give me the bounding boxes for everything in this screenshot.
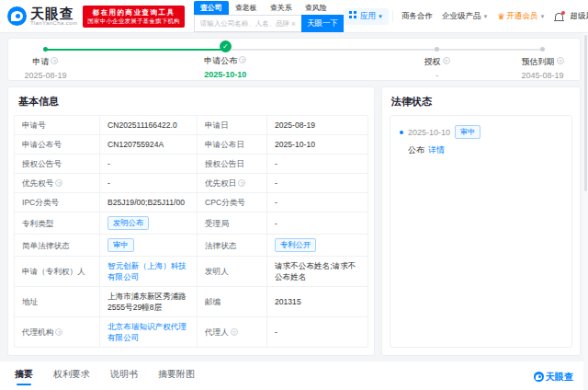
- field-label: 法律状态: [197, 235, 266, 256]
- search-input[interactable]: [200, 19, 289, 28]
- apps-grid-icon: [349, 11, 352, 14]
- field-label: 邮编: [197, 287, 266, 316]
- info-icon[interactable]: ?: [231, 328, 238, 336]
- field-label: 申请公布号: [15, 135, 99, 154]
- info-icon[interactable]: ?: [238, 179, 245, 187]
- field-value: -: [266, 174, 368, 192]
- field-value: -: [266, 193, 368, 212]
- tab-abstract[interactable]: 摘要: [15, 368, 33, 385]
- field-label: 申请日: [197, 116, 266, 134]
- patent-type-badge[interactable]: 发明公布: [107, 216, 149, 230]
- table-row: IPC分类号 B25J19/00;B25J11/00 CPC分类号 -: [15, 192, 368, 212]
- chevron-down-icon: ▼: [378, 14, 383, 19]
- field-value: 201315: [266, 287, 368, 316]
- eye-logo-icon: [534, 372, 544, 382]
- field-value: CN120755924A: [99, 135, 197, 154]
- table-row: 代理机构? 北京布瑞知识产权代理有限公司 代理人? -: [15, 316, 368, 347]
- check-circle-icon: ✓: [220, 40, 232, 52]
- nav-cooperation[interactable]: 商务合作: [397, 11, 437, 22]
- field-value: 2025-08-19: [266, 116, 368, 134]
- page-scrollbar[interactable]: [583, 33, 588, 390]
- crown-icon: ♛: [497, 12, 504, 21]
- nav-enterprise[interactable]: 企业级产品 ▼: [437, 11, 492, 22]
- field-value: -: [266, 155, 368, 173]
- field-label: 申请公布日: [197, 135, 266, 154]
- divider: [392, 11, 393, 22]
- field-value: -: [99, 155, 197, 173]
- field-label: IPC分类号: [15, 193, 99, 212]
- agency-link[interactable]: 北京布瑞知识产权代理有限公司: [107, 321, 189, 343]
- timeline-dot: [540, 47, 545, 52]
- banner-line2: 国家中小企业发展子基金旗下机构: [87, 17, 180, 25]
- applicant-link[interactable]: 智元创新（上海）科技有限公司: [107, 260, 189, 282]
- legal-status-card: 2025-10-10 审中 公布 详情: [390, 115, 572, 348]
- search-tab-relation[interactable]: 查关系: [264, 1, 299, 15]
- timeline-dot: [43, 47, 48, 52]
- table-row: 申请（专利权）人 智元创新（上海）科技有限公司 发明人 请求不公布姓名;请求不公…: [15, 256, 368, 286]
- clear-search-icon[interactable]: ×: [289, 19, 298, 29]
- info-icon[interactable]: ?: [557, 57, 564, 64]
- logo-subtitle: TianYanCha.com: [30, 20, 77, 26]
- field-label: 代理人?: [197, 317, 266, 347]
- table-row: 申请公布号 CN120755924A 申请公布日 2025-10-10: [15, 134, 368, 154]
- chevron-down-icon: ▼: [540, 14, 546, 19]
- table-row: 申请号 CN202511166422.0 申请日 2025-08-19: [15, 116, 368, 134]
- header-nav: 应用 ▼ 商务合作 企业级产品 ▼ ♛ 开通会员 ▼ 超级风... ▼: [344, 8, 588, 25]
- table-row: 简单法律状态 审中 法律状态 专利公开: [15, 234, 368, 256]
- tab-claims[interactable]: 权利要求: [53, 368, 90, 385]
- field-label: 优先权号?: [15, 174, 99, 192]
- search-area: 查公司 查老板 查关系 查风险 × 天眼一下: [194, 2, 344, 32]
- tab-description[interactable]: 说明书: [110, 368, 138, 385]
- tianyancha-logo[interactable]: 天眼查 TianYanCha.com: [7, 6, 77, 26]
- watermark-text: 天眼查: [546, 371, 573, 384]
- notification-dot: [561, 11, 565, 15]
- field-value: 请求不公布姓名;请求不公布姓名: [266, 257, 368, 286]
- search-tabs: 查公司 查老板 查关系 查风险: [194, 2, 344, 15]
- field-label: 申请（专利权）人: [15, 257, 99, 286]
- tab-abstract-figure[interactable]: 摘要附图: [158, 368, 195, 385]
- search-tab-boss[interactable]: 查老板: [229, 1, 264, 15]
- scrollbar-thumb[interactable]: [584, 35, 587, 191]
- basic-info-table: 申请号 CN202511166422.0 申请日 2025-08-19 申请公布…: [14, 115, 368, 348]
- field-label: 代理机构?: [15, 317, 99, 347]
- info-icon[interactable]: ?: [55, 328, 62, 336]
- legal-status-title: 法律状态: [390, 95, 572, 115]
- field-label: 授权公告号: [15, 155, 99, 173]
- field-label: 授权公告日: [197, 155, 266, 173]
- nav-apps[interactable]: 应用 ▼: [344, 8, 389, 25]
- notification-bell[interactable]: [555, 13, 563, 20]
- field-label: 简单法律状态: [15, 235, 99, 256]
- info-icon[interactable]: ?: [55, 179, 62, 187]
- search-tab-risk[interactable]: 查风险: [299, 1, 334, 15]
- field-value: -: [266, 212, 368, 234]
- timeline-step-apply: 申请? 2025-08-19: [4, 43, 86, 80]
- field-label: 地址: [15, 287, 99, 316]
- banner-line1: 都在用的商业查询工具: [87, 8, 180, 17]
- field-label: 申请号: [15, 116, 99, 134]
- detail-link[interactable]: 详情: [428, 144, 445, 156]
- eye-logo-icon: [7, 6, 27, 26]
- info-icon[interactable]: ?: [51, 57, 58, 64]
- field-value: -: [266, 317, 368, 347]
- simple-legal-status-badge[interactable]: 审中: [107, 238, 134, 252]
- basic-info-section: 基本信息 申请号 CN202511166422.0 申请日 2025-08-19…: [7, 86, 375, 356]
- search-tab-company[interactable]: 查公司: [194, 1, 229, 15]
- promo-banner[interactable]: 都在用的商业查询工具 国家中小企业发展子基金旗下机构: [83, 6, 185, 28]
- nav-vip[interactable]: ♛ 开通会员 ▼: [492, 11, 549, 22]
- search-button[interactable]: 天眼一下: [301, 15, 344, 32]
- legal-status-event: 公布: [408, 144, 424, 156]
- legal-status-badge[interactable]: 专利公开: [275, 238, 316, 252]
- info-icon[interactable]: ?: [443, 57, 450, 64]
- timeline-step-grant: 授权? -: [396, 43, 479, 80]
- watermark-logo: 天眼查: [534, 371, 573, 384]
- chevron-down-icon: ▼: [483, 14, 489, 19]
- nav-user-menu[interactable]: 超级风... ▼: [566, 11, 588, 22]
- field-value: 2025-10-10: [266, 135, 368, 154]
- field-label: 发明人: [197, 257, 266, 286]
- field-value: 上海市浦东新区秀浦路2555号29幢8层: [99, 287, 197, 316]
- field-label: 专利类型: [15, 212, 99, 234]
- info-icon[interactable]: ?: [239, 56, 246, 63]
- field-value: B25J19/00;B25J11/00: [99, 193, 197, 212]
- bullet-icon: [400, 131, 403, 134]
- legal-status-item-badge: 审中: [455, 125, 481, 139]
